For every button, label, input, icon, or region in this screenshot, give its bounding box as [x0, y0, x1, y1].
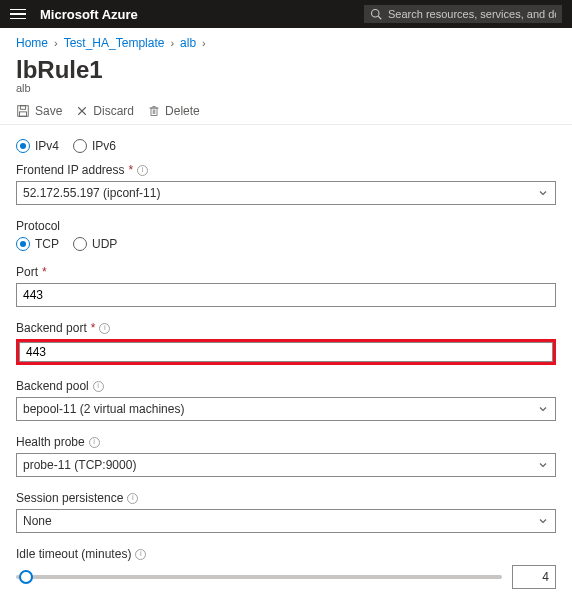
session-persistence-value: None — [23, 514, 52, 528]
ip-version-options: IPv4 IPv6 — [16, 139, 556, 153]
brand-label: Microsoft Azure — [40, 7, 138, 22]
info-icon[interactable]: i — [135, 549, 146, 560]
delete-button[interactable]: Delete — [148, 104, 200, 118]
chevron-down-icon — [537, 187, 549, 199]
chevron-down-icon — [537, 515, 549, 527]
chevron-down-icon — [537, 459, 549, 471]
backend-port-highlight — [16, 339, 556, 365]
health-probe-select[interactable]: probe-11 (TCP:9000) — [16, 453, 556, 477]
radio-tcp-label: TCP — [35, 237, 59, 251]
backend-port-label: Backend port — [16, 321, 87, 335]
global-search[interactable] — [364, 5, 562, 23]
search-icon — [370, 8, 382, 20]
health-probe-field: Health probe i probe-11 (TCP:9000) — [16, 435, 556, 477]
radio-ipv4[interactable]: IPv4 — [16, 139, 59, 153]
idle-timeout-slider[interactable] — [16, 575, 502, 579]
frontend-ip-value: 52.172.55.197 (ipconf-11) — [23, 186, 160, 200]
save-button[interactable]: Save — [16, 104, 62, 118]
required-marker: * — [129, 163, 134, 177]
radio-unchecked-icon — [73, 139, 87, 153]
frontend-ip-select[interactable]: 52.172.55.197 (ipconf-11) — [16, 181, 556, 205]
discard-label: Discard — [93, 104, 134, 118]
title-block: lbRule1 alb — [0, 52, 572, 96]
radio-checked-icon — [16, 139, 30, 153]
session-persistence-select[interactable]: None — [16, 509, 556, 533]
discard-button[interactable]: Discard — [76, 104, 134, 118]
radio-ipv4-label: IPv4 — [35, 139, 59, 153]
chevron-right-icon: › — [170, 37, 174, 49]
session-persistence-label: Session persistence — [16, 491, 123, 505]
radio-tcp[interactable]: TCP — [16, 237, 59, 251]
info-icon[interactable]: i — [127, 493, 138, 504]
page-title: lbRule1 — [16, 56, 556, 84]
protocol-label: Protocol — [16, 219, 60, 233]
info-icon[interactable]: i — [93, 381, 104, 392]
save-label: Save — [35, 104, 62, 118]
delete-icon — [148, 104, 160, 118]
radio-udp[interactable]: UDP — [73, 237, 117, 251]
idle-timeout-field: Idle timeout (minutes) i 4 — [16, 547, 556, 589]
backend-pool-label: Backend pool — [16, 379, 89, 393]
delete-label: Delete — [165, 104, 200, 118]
backend-pool-value: bepool-11 (2 virtual machines) — [23, 402, 184, 416]
required-marker: * — [42, 265, 47, 279]
backend-pool-select[interactable]: bepool-11 (2 virtual machines) — [16, 397, 556, 421]
backend-port-field: Backend port * i — [16, 321, 556, 365]
info-icon[interactable]: i — [99, 323, 110, 334]
chevron-down-icon — [537, 403, 549, 415]
breadcrumb: Home › Test_HA_Template › alb › — [0, 28, 572, 52]
frontend-ip-field: Frontend IP address * i 52.172.55.197 (i… — [16, 163, 556, 205]
info-icon[interactable]: i — [137, 165, 148, 176]
health-probe-label: Health probe — [16, 435, 85, 449]
command-bar: Save Discard Delete — [0, 96, 572, 125]
port-input[interactable] — [16, 283, 556, 307]
idle-timeout-label: Idle timeout (minutes) — [16, 547, 131, 561]
svg-rect-3 — [20, 106, 25, 110]
svg-line-1 — [378, 16, 381, 19]
radio-udp-label: UDP — [92, 237, 117, 251]
slider-thumb-icon[interactable] — [19, 570, 33, 584]
hamburger-menu-icon[interactable] — [10, 6, 26, 22]
chevron-right-icon: › — [54, 37, 58, 49]
radio-ipv6[interactable]: IPv6 — [73, 139, 116, 153]
port-field: Port * — [16, 265, 556, 307]
ip-version-label-truncated — [16, 123, 556, 129]
breadcrumb-rg[interactable]: Test_HA_Template — [64, 36, 165, 50]
radio-unchecked-icon — [73, 237, 87, 251]
save-icon — [16, 104, 30, 118]
backend-pool-field: Backend pool i bepool-11 (2 virtual mach… — [16, 379, 556, 421]
frontend-ip-label: Frontend IP address — [16, 163, 125, 177]
idle-timeout-value[interactable]: 4 — [512, 565, 556, 589]
chevron-right-icon: › — [202, 37, 206, 49]
radio-ipv6-label: IPv6 — [92, 139, 116, 153]
required-marker: * — [91, 321, 96, 335]
info-icon[interactable]: i — [89, 437, 100, 448]
top-bar: Microsoft Azure — [0, 0, 572, 28]
discard-icon — [76, 105, 88, 117]
svg-rect-4 — [20, 112, 27, 116]
svg-point-0 — [372, 10, 380, 18]
svg-rect-7 — [151, 108, 157, 116]
breadcrumb-resource[interactable]: alb — [180, 36, 196, 50]
global-search-input[interactable] — [388, 8, 556, 20]
radio-checked-icon — [16, 237, 30, 251]
breadcrumb-home[interactable]: Home — [16, 36, 48, 50]
protocol-field: Protocol TCP UDP — [16, 219, 556, 251]
health-probe-value: probe-11 (TCP:9000) — [23, 458, 136, 472]
form-panel: IPv4 IPv6 Frontend IP address * i 52.172… — [0, 125, 572, 596]
backend-port-input[interactable] — [19, 342, 553, 362]
port-label: Port — [16, 265, 38, 279]
session-persistence-field: Session persistence i None — [16, 491, 556, 533]
